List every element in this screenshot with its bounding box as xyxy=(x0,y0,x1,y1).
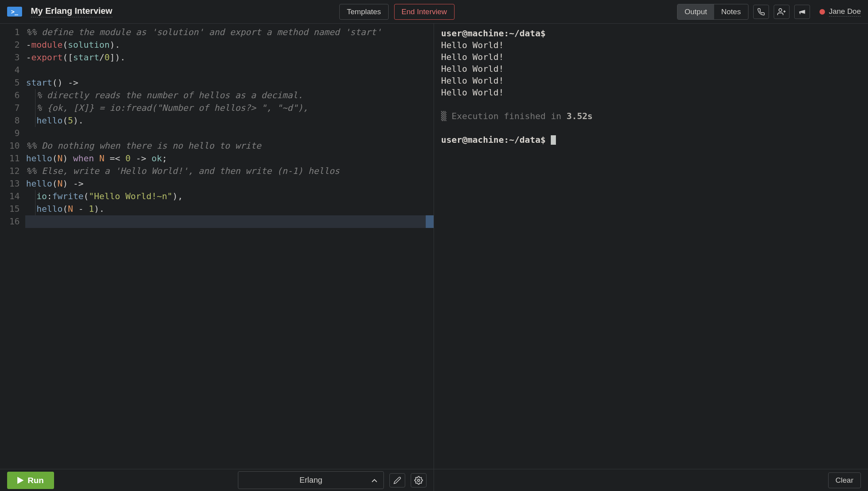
main: 12345678910111213141516 %% define the mo… xyxy=(0,24,868,491)
code-line[interactable]: hello(5). xyxy=(25,114,434,127)
line-number: 8 xyxy=(0,114,20,127)
line-number: 9 xyxy=(0,127,20,140)
terminal[interactable]: user@machine:~/data$ Hello World! Hello … xyxy=(434,24,868,469)
editor-footer: Run Erlang xyxy=(0,469,434,491)
user-indicator[interactable]: Jane Doe xyxy=(819,7,861,17)
code-line[interactable]: start() -> xyxy=(25,77,434,89)
settings-button[interactable] xyxy=(411,473,427,487)
code-line[interactable]: %% define the module as 'solution' and e… xyxy=(25,26,434,39)
code-line[interactable]: hello(N) when N =< 0 -> ok; xyxy=(25,152,434,165)
code-line[interactable]: hello(N - 1). xyxy=(25,203,434,215)
play-icon xyxy=(17,477,24,484)
announce-button[interactable] xyxy=(794,5,810,19)
line-number: 3 xyxy=(0,51,20,64)
output-footer: Clear xyxy=(434,469,868,491)
code-line[interactable]: %% Do nothing when there is no hello to … xyxy=(25,140,434,152)
tab-notes[interactable]: Notes xyxy=(714,4,748,19)
line-number: 6 xyxy=(0,89,20,102)
line-number: 13 xyxy=(0,177,20,190)
code-line[interactable]: %% Else, write a 'Hello World!', and the… xyxy=(25,165,434,177)
svg-point-0 xyxy=(779,8,782,11)
line-number: 14 xyxy=(0,190,20,203)
line-number: 10 xyxy=(0,140,20,152)
clear-button[interactable]: Clear xyxy=(828,472,861,488)
status-dot-icon xyxy=(819,9,825,15)
output-pane: user@machine:~/data$ Hello World! Hello … xyxy=(434,24,868,491)
line-number: 12 xyxy=(0,165,20,177)
line-number: 1 xyxy=(0,26,20,39)
topbar: >_ My Erlang Interview Templates End Int… xyxy=(0,0,868,24)
run-button[interactable]: Run xyxy=(7,472,54,489)
editor-pane: 12345678910111213141516 %% define the mo… xyxy=(0,24,434,491)
run-label: Run xyxy=(28,476,44,485)
code-line[interactable]: % {ok, [X]} = io:fread("Number of hellos… xyxy=(25,102,434,114)
call-button[interactable] xyxy=(753,5,769,19)
line-number-gutter: 12345678910111213141516 xyxy=(0,26,25,469)
templates-button[interactable]: Templates xyxy=(339,4,389,20)
topbar-center: Templates End Interview xyxy=(339,4,455,20)
add-user-button[interactable] xyxy=(774,5,789,19)
chevron-up-icon xyxy=(372,476,377,485)
user-name: Jane Doe xyxy=(829,7,861,17)
edit-button[interactable] xyxy=(389,473,405,487)
interview-title[interactable]: My Erlang Interview xyxy=(31,6,112,17)
code-line[interactable]: -export([start/0]). xyxy=(25,51,434,64)
code-line[interactable]: hello(N) -> xyxy=(25,177,434,190)
line-number: 2 xyxy=(0,39,20,51)
add-user-icon xyxy=(777,7,786,16)
line-number: 15 xyxy=(0,203,20,215)
svg-point-3 xyxy=(417,479,420,482)
phone-icon xyxy=(757,8,765,16)
language-label: Erlang xyxy=(299,476,322,485)
code-editor[interactable]: 12345678910111213141516 %% define the mo… xyxy=(0,24,434,469)
output-notes-tabs: Output Notes xyxy=(677,4,748,20)
gear-icon xyxy=(414,476,423,485)
code-line[interactable]: -module(solution). xyxy=(25,39,434,51)
language-select[interactable]: Erlang xyxy=(238,471,384,489)
pencil-icon xyxy=(393,476,401,484)
line-number: 11 xyxy=(0,152,20,165)
code-line[interactable]: io:fwrite("Hello World!~n"), xyxy=(25,190,434,203)
line-number: 5 xyxy=(0,77,20,89)
code-line[interactable] xyxy=(25,215,434,228)
code-line[interactable] xyxy=(25,64,434,77)
line-number: 4 xyxy=(0,64,20,77)
code-line[interactable]: % directly reads the number of hellos as… xyxy=(25,89,434,102)
tab-output[interactable]: Output xyxy=(677,4,714,19)
app-logo[interactable]: >_ xyxy=(7,7,22,17)
topbar-right: Output Notes Jane Doe xyxy=(677,4,861,20)
code-area[interactable]: %% define the module as 'solution' and e… xyxy=(25,26,434,469)
line-number: 7 xyxy=(0,102,20,114)
line-number: 16 xyxy=(0,215,20,228)
code-line[interactable] xyxy=(25,127,434,140)
megaphone-icon xyxy=(798,8,806,16)
end-interview-button[interactable]: End Interview xyxy=(394,4,455,20)
topbar-left: >_ My Erlang Interview xyxy=(7,6,112,17)
